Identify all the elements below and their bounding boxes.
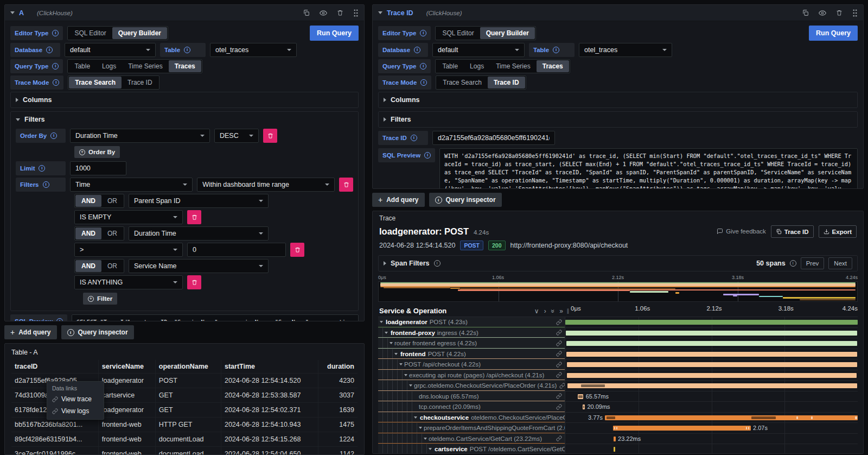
span-duration-bar[interactable] bbox=[583, 405, 585, 409]
span-row[interactable]: router frontend egress (4.22s) bbox=[378, 338, 858, 349]
span-duration-bar[interactable] bbox=[578, 394, 584, 399]
data-link-item[interactable]: View trace bbox=[47, 393, 104, 405]
expand-chevron-icon[interactable] bbox=[398, 363, 404, 365]
info-icon[interactable]: i bbox=[414, 47, 420, 53]
filters-section-toggle[interactable]: Filters bbox=[16, 115, 353, 124]
trace-mode-option[interactable]: Trace ID bbox=[488, 77, 525, 89]
bool-option[interactable]: AND bbox=[75, 195, 101, 207]
span-name-cell[interactable]: frontend-proxyingress (4.22s) bbox=[378, 328, 565, 338]
query-type-option[interactable]: Traces bbox=[537, 60, 569, 72]
info-icon[interactable]: i bbox=[553, 47, 559, 53]
trace-mode-option[interactable]: Trace ID bbox=[122, 77, 158, 89]
bool-operator-radio[interactable]: ANDOR bbox=[74, 194, 124, 208]
editor-type-radio[interactable]: SQL EditorQuery Builder bbox=[67, 26, 168, 40]
span-duration-bar[interactable] bbox=[567, 373, 857, 378]
remove-filter-button[interactable] bbox=[339, 178, 353, 192]
prev-button[interactable]: Prev bbox=[801, 257, 825, 269]
info-icon[interactable]: i bbox=[790, 260, 796, 267]
export-button[interactable]: Export bbox=[819, 225, 857, 238]
condition-operator-select[interactable]: IS EMPTY bbox=[74, 210, 183, 224]
span-duration-bar[interactable] bbox=[614, 447, 615, 452]
drag-handle-icon[interactable] bbox=[353, 9, 359, 17]
link-icon[interactable] bbox=[556, 330, 562, 336]
trace-mode-option[interactable]: Trace Search bbox=[437, 77, 488, 89]
run-query-button[interactable]: Run Query bbox=[310, 26, 359, 41]
table-select[interactable]: otel_traces bbox=[579, 43, 672, 57]
expand-chevron-icon[interactable] bbox=[412, 416, 419, 419]
link-icon[interactable] bbox=[559, 383, 565, 389]
span-duration-bar[interactable] bbox=[566, 331, 857, 336]
collapse-one-icon[interactable]: ∨ bbox=[534, 308, 539, 314]
table-column-header[interactable]: operationName bbox=[155, 360, 221, 374]
give-feedback-link[interactable]: Give feedback bbox=[717, 228, 766, 235]
info-icon[interactable]: i bbox=[53, 79, 59, 86]
link-icon[interactable] bbox=[556, 319, 562, 325]
trace-id-link[interactable]: 89cf4286e631591b4... bbox=[11, 432, 98, 447]
query-inspector-button[interactable]: iQuery inspector bbox=[429, 193, 502, 207]
span-row[interactable]: POST /api/checkout (4.22s) bbox=[378, 359, 858, 370]
trace-minimap[interactable]: 0μs1.06s2.12s3.18s4.24s bbox=[378, 275, 858, 302]
query-type-option[interactable]: Logs bbox=[464, 60, 490, 72]
query-panel-traceid-header[interactable]: Trace ID (ClickHouse) bbox=[373, 5, 863, 21]
span-name-cell[interactable]: router frontend egress (4.22s) bbox=[378, 338, 565, 349]
span-filters-label[interactable]: Span Filters bbox=[391, 260, 430, 267]
info-icon[interactable]: i bbox=[52, 63, 59, 69]
info-icon[interactable]: i bbox=[420, 79, 427, 86]
span-row[interactable]: loadgeneratorPOST (4.23s) bbox=[378, 317, 858, 328]
span-row[interactable]: frontendPOST (4.22s) bbox=[378, 349, 858, 360]
info-icon[interactable]: i bbox=[56, 318, 63, 321]
info-icon[interactable]: i bbox=[50, 132, 57, 139]
link-icon[interactable] bbox=[556, 351, 562, 357]
span-duration-bar[interactable] bbox=[614, 437, 616, 441]
limit-input[interactable] bbox=[70, 161, 126, 175]
span-duration-bar[interactable] bbox=[566, 341, 857, 346]
editor-type-radio[interactable]: SQL EditorQuery Builder bbox=[435, 26, 536, 40]
link-icon[interactable] bbox=[556, 340, 562, 346]
span-row[interactable]: cartservicePOST /oteldemo.CartService/Ge… bbox=[378, 444, 858, 454]
span-row[interactable]: executing api route (pages) /api/checkou… bbox=[378, 370, 858, 381]
expand-chevron-icon[interactable] bbox=[393, 353, 399, 355]
span-name-cell[interactable]: tcp.connect (20.09ms) bbox=[378, 402, 565, 412]
add-filter-button[interactable]: +Filter bbox=[83, 293, 117, 305]
span-row[interactable]: tcp.connect (20.09ms)20.09ms bbox=[378, 402, 858, 413]
expand-chevron-icon[interactable] bbox=[422, 438, 429, 440]
expand-chevron-icon[interactable] bbox=[403, 374, 409, 376]
span-row[interactable]: checkoutserviceoteldemo.CheckoutService/… bbox=[378, 413, 858, 424]
collapse-chevron-icon[interactable] bbox=[378, 11, 382, 14]
chevron-right-icon[interactable] bbox=[384, 261, 386, 266]
table-column-header[interactable]: traceID bbox=[11, 360, 98, 374]
columns-section-toggle[interactable]: Columns bbox=[16, 95, 353, 105]
span-row[interactable]: frontend-proxyingress (4.22s) bbox=[378, 328, 858, 339]
info-icon[interactable]: i bbox=[420, 30, 426, 36]
link-icon[interactable] bbox=[556, 372, 562, 378]
order-by-field-select[interactable]: Duration Time bbox=[70, 129, 210, 143]
add-query-button[interactable]: +Add query bbox=[372, 193, 425, 207]
query-type-option[interactable]: Time Series bbox=[490, 60, 537, 72]
span-name-cell[interactable]: dns.lookup (65.57ms) bbox=[378, 391, 565, 402]
delete-query-icon[interactable] bbox=[836, 9, 843, 16]
query-inspector-button[interactable]: iQuery inspector bbox=[61, 325, 134, 339]
columns-section-toggle[interactable]: Columns bbox=[384, 95, 852, 105]
bool-option[interactable]: AND bbox=[75, 260, 101, 272]
expand-chevron-icon[interactable] bbox=[378, 321, 385, 323]
next-button[interactable]: Next bbox=[828, 257, 852, 269]
editor-type-option[interactable]: SQL Editor bbox=[68, 27, 112, 39]
trace-id-copy-button[interactable]: Trace ID bbox=[771, 225, 814, 238]
span-duration-bar[interactable] bbox=[565, 320, 858, 325]
span-name-cell[interactable]: prepareOrderItemsAndShippingQuoteFromCar… bbox=[378, 423, 565, 433]
remove-order-by-button[interactable] bbox=[263, 129, 277, 143]
trace-id-input[interactable] bbox=[432, 131, 555, 145]
drag-handle-icon[interactable] bbox=[852, 9, 858, 17]
info-icon[interactable]: i bbox=[424, 152, 431, 159]
filters-section-toggle[interactable]: Filters bbox=[384, 115, 852, 124]
trace-mode-radio[interactable]: Trace SearchTrace ID bbox=[436, 75, 526, 90]
span-duration-bar[interactable] bbox=[567, 383, 857, 388]
span-duration-bar[interactable] bbox=[567, 362, 857, 367]
trace-mode-option[interactable]: Trace Search bbox=[69, 77, 122, 89]
bool-option[interactable]: OR bbox=[101, 228, 123, 239]
span-name-cell[interactable]: cartservicePOST /oteldemo.CartService/Ge… bbox=[378, 444, 565, 454]
span-duration-bar[interactable] bbox=[613, 426, 751, 431]
run-query-button[interactable]: Run Query bbox=[809, 26, 858, 41]
condition-operator-select[interactable]: > bbox=[74, 243, 183, 257]
condition-field-select[interactable]: Parent Span ID bbox=[129, 194, 269, 208]
